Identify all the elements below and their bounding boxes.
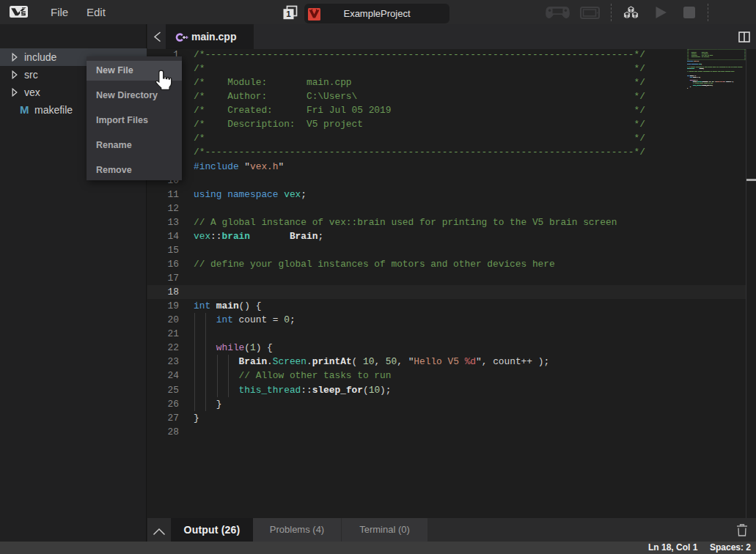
svg-text:1: 1 — [286, 10, 291, 18]
